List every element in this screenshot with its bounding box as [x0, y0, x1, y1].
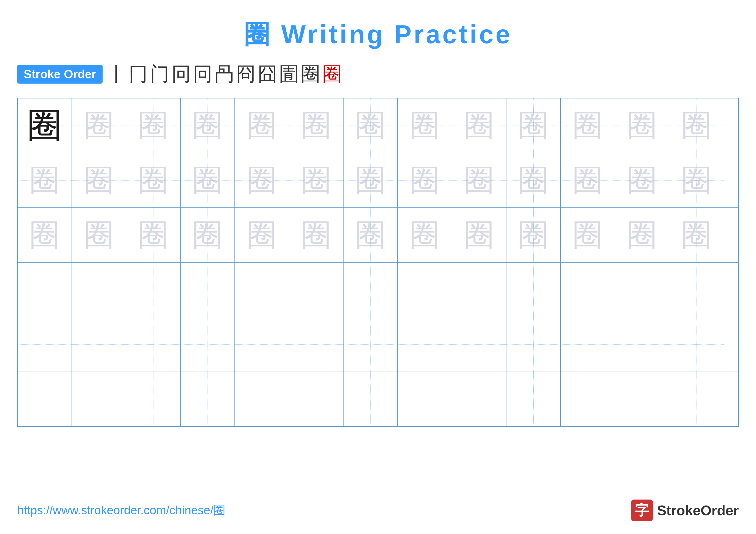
- grid-cell-6-2[interactable]: [72, 372, 126, 426]
- grid-cell-6-4[interactable]: [180, 372, 235, 426]
- grid-cell-1-10[interactable]: 圈: [506, 98, 561, 153]
- grid-cell-5-8[interactable]: [398, 317, 452, 371]
- grid-cell-6-7[interactable]: [343, 372, 398, 426]
- grid-cell-5-3[interactable]: [126, 317, 180, 371]
- grid-cell-2-5[interactable]: 圈: [235, 153, 289, 207]
- grid-cell-3-6[interactable]: 圈: [289, 208, 343, 262]
- grid-cell-5-2[interactable]: [72, 317, 126, 371]
- character-guide: 圈: [573, 165, 603, 195]
- grid-cell-2-13[interactable]: 圈: [669, 153, 724, 207]
- grid-cell-4-5[interactable]: [235, 263, 289, 317]
- grid-cell-3-7[interactable]: 圈: [343, 208, 398, 262]
- grid-cell-4-1[interactable]: [18, 263, 72, 317]
- character-guide: 圈: [247, 165, 277, 195]
- grid-cell-2-12[interactable]: 圈: [615, 153, 669, 207]
- grid-cell-4-2[interactable]: [72, 263, 126, 317]
- grid-cell-1-5[interactable]: 圈: [235, 98, 289, 153]
- grid-cell-2-3[interactable]: 圈: [126, 153, 180, 207]
- grid-cell-2-1[interactable]: 圈: [18, 153, 72, 207]
- grid-cell-5-1[interactable]: [18, 317, 72, 371]
- brand-name: StrokeOrder: [657, 502, 739, 519]
- grid-cell-3-9[interactable]: 圈: [452, 208, 506, 262]
- stroke-1: 丨: [107, 61, 126, 87]
- grid-cell-3-13[interactable]: 圈: [669, 208, 724, 262]
- grid-cell-5-5[interactable]: [235, 317, 289, 371]
- grid-cell-2-10[interactable]: 圈: [506, 153, 561, 207]
- grid-cell-6-1[interactable]: [18, 372, 72, 426]
- grid-cell-6-3[interactable]: [126, 372, 180, 426]
- grid-cell-5-9[interactable]: [452, 317, 506, 371]
- grid-cell-1-12[interactable]: 圈: [615, 98, 669, 153]
- grid-cell-6-9[interactable]: [452, 372, 506, 426]
- character-solid: 圈: [27, 108, 62, 143]
- grid-cell-1-4[interactable]: 圈: [180, 98, 235, 153]
- grid-cell-1-9[interactable]: 圈: [452, 98, 506, 153]
- character-guide: 圈: [84, 111, 114, 141]
- grid-cell-5-4[interactable]: [180, 317, 235, 371]
- stroke-10: 圈: [301, 61, 320, 87]
- practice-grid: 圈 圈 圈 圈 圈 圈 圈 圈 圈 圈 圈 圈 圈 圈 圈 圈 圈 圈 圈 圈 …: [17, 98, 739, 427]
- grid-cell-2-7[interactable]: 圈: [343, 153, 398, 207]
- grid-cell-6-6[interactable]: [289, 372, 343, 426]
- grid-cell-1-11[interactable]: 圈: [561, 98, 615, 153]
- grid-cell-4-13[interactable]: [669, 263, 724, 317]
- stroke-order-section: Stroke Order 丨 冂 门 冋 冋 冎 冏 囧 圊 圈 圈: [0, 52, 756, 94]
- grid-cell-5-6[interactable]: [289, 317, 343, 371]
- grid-cell-2-8[interactable]: 圈: [398, 153, 452, 207]
- page-title: 圈 Writing Practice: [0, 0, 756, 52]
- grid-cell-4-12[interactable]: [615, 263, 669, 317]
- grid-cell-4-6[interactable]: [289, 263, 343, 317]
- grid-cell-4-11[interactable]: [561, 263, 615, 317]
- grid-cell-3-11[interactable]: 圈: [561, 208, 615, 262]
- grid-cell-6-10[interactable]: [506, 372, 561, 426]
- character-guide: 圈: [410, 220, 440, 250]
- grid-cell-1-8[interactable]: 圈: [398, 98, 452, 153]
- grid-cell-4-4[interactable]: [180, 263, 235, 317]
- grid-cell-3-8[interactable]: 圈: [398, 208, 452, 262]
- grid-cell-3-3[interactable]: 圈: [126, 208, 180, 262]
- grid-cell-4-7[interactable]: [343, 263, 398, 317]
- grid-cell-3-4[interactable]: 圈: [180, 208, 235, 262]
- grid-cell-6-8[interactable]: [398, 372, 452, 426]
- grid-cell-1-13[interactable]: 圈: [669, 98, 724, 153]
- character-guide: 圈: [518, 220, 549, 250]
- character-guide: 圈: [30, 165, 60, 195]
- grid-cell-5-13[interactable]: [669, 317, 724, 371]
- grid-cell-6-5[interactable]: [235, 372, 289, 426]
- grid-cell-2-11[interactable]: 圈: [561, 153, 615, 207]
- grid-cell-3-1[interactable]: 圈: [18, 208, 72, 262]
- character-guide: 圈: [682, 220, 712, 250]
- character-guide: 圈: [627, 220, 657, 250]
- grid-cell-4-8[interactable]: [398, 263, 452, 317]
- grid-cell-3-2[interactable]: 圈: [72, 208, 126, 262]
- grid-cell-5-7[interactable]: [343, 317, 398, 371]
- character-guide: 圈: [518, 165, 549, 195]
- character-guide: 圈: [84, 220, 114, 250]
- grid-cell-3-12[interactable]: 圈: [615, 208, 669, 262]
- grid-cell-1-1[interactable]: 圈: [18, 98, 72, 153]
- footer-url[interactable]: https://www.strokeorder.com/chinese/圈: [17, 502, 226, 518]
- character-guide: 圈: [518, 111, 549, 141]
- grid-cell-5-10[interactable]: [506, 317, 561, 371]
- grid-cell-6-11[interactable]: [561, 372, 615, 426]
- grid-cell-3-10[interactable]: 圈: [506, 208, 561, 262]
- grid-cell-1-3[interactable]: 圈: [126, 98, 180, 153]
- grid-cell-4-9[interactable]: [452, 263, 506, 317]
- grid-cell-2-4[interactable]: 圈: [180, 153, 235, 207]
- grid-cell-5-11[interactable]: [561, 317, 615, 371]
- grid-cell-1-7[interactable]: 圈: [343, 98, 398, 153]
- stroke-order-badge: Stroke Order: [17, 64, 103, 84]
- grid-cell-6-12[interactable]: [615, 372, 669, 426]
- grid-cell-6-13[interactable]: [669, 372, 724, 426]
- grid-cell-2-6[interactable]: 圈: [289, 153, 343, 207]
- grid-cell-5-12[interactable]: [615, 317, 669, 371]
- grid-cell-2-9[interactable]: 圈: [452, 153, 506, 207]
- grid-cell-4-10[interactable]: [506, 263, 561, 317]
- grid-cell-3-5[interactable]: 圈: [235, 208, 289, 262]
- grid-cell-1-2[interactable]: 圈: [72, 98, 126, 153]
- grid-cell-4-3[interactable]: [126, 263, 180, 317]
- character-guide: 圈: [301, 165, 331, 195]
- grid-cell-1-6[interactable]: 圈: [289, 98, 343, 153]
- grid-cell-2-2[interactable]: 圈: [72, 153, 126, 207]
- character-guide: 圈: [573, 220, 603, 250]
